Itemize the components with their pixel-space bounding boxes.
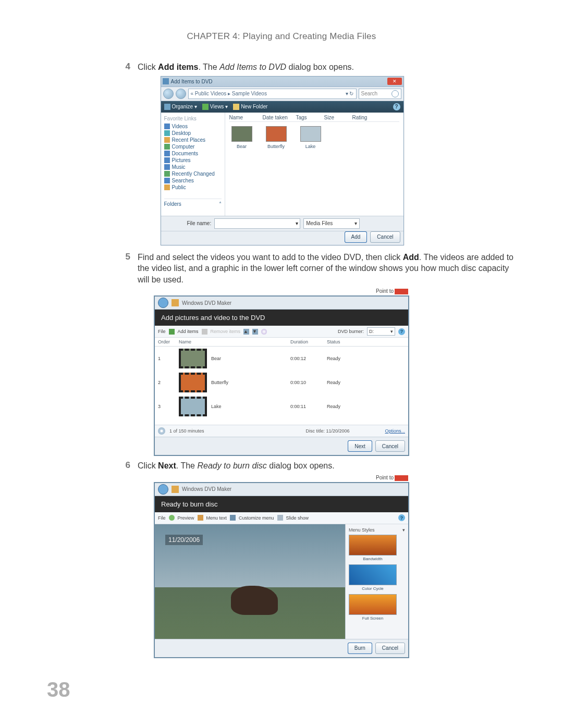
- fav-item-documents[interactable]: Documents: [164, 151, 222, 156]
- dvd-maker-window: Windows DVD Maker Add pictures and video…: [154, 295, 409, 456]
- search-input[interactable]: Search: [359, 89, 401, 99]
- list-item[interactable]: 2Butterfly0:00:10Ready: [155, 371, 408, 394]
- nav-back-icon[interactable]: [163, 89, 174, 99]
- app-title: Windows DVD Maker: [182, 486, 231, 492]
- window-header: Windows DVD Maker: [155, 297, 408, 310]
- command-bar: File Preview Menu text Customize menu Sl…: [155, 512, 408, 524]
- step-text: Click Next. The Ready to burn disc dialo…: [138, 460, 516, 472]
- menu-styles-panel: Menu Styles▾ Bandwidth Color Cycle Full …: [345, 524, 408, 639]
- list-item[interactable]: 3Lake0:00:11Ready: [155, 394, 408, 418]
- cancel-button[interactable]: Cancel: [370, 231, 400, 243]
- step-number: 5: [47, 252, 138, 286]
- add-button[interactable]: Add: [345, 231, 368, 243]
- folders-expander[interactable]: Folders˄: [164, 199, 222, 207]
- address-bar: « Public Videos ▸ Sample Videos ▾ ↻ Sear…: [161, 87, 403, 101]
- fav-item-music[interactable]: Music: [164, 164, 222, 170]
- dvd-burner-select[interactable]: D:▾: [367, 327, 395, 336]
- disc-title-value[interactable]: 11/20/2006: [326, 428, 349, 434]
- thumbnail: [179, 373, 207, 392]
- help-icon[interactable]: ?: [393, 103, 400, 110]
- fav-item-desktop[interactable]: Desktop: [164, 130, 222, 136]
- titlebar: Add Items to DVD ✕: [161, 77, 403, 87]
- step-4: 4 Click Add items. The Add Items to DVD …: [47, 61, 516, 73]
- page-number: 38: [47, 678, 70, 701]
- list-item[interactable]: 1Bear0:00:12Ready: [155, 347, 408, 371]
- cancel-button[interactable]: Cancel: [375, 643, 405, 654]
- style-swatch: [349, 594, 397, 615]
- move-down-icon[interactable]: ▼: [252, 329, 258, 335]
- video-list: 1Bear0:00:12Ready 2Butterfly0:00:10Ready…: [155, 347, 408, 425]
- callout-swatch: [395, 475, 408, 481]
- slideshow-button[interactable]: Slide show: [286, 515, 309, 521]
- filename-label: File name:: [187, 220, 212, 226]
- views-menu[interactable]: Views ▾: [202, 104, 228, 110]
- customize-icon: [230, 515, 236, 521]
- minus-icon: [202, 329, 207, 335]
- fav-item-recent[interactable]: Recent Places: [164, 137, 222, 143]
- videos-icon: [164, 124, 170, 129]
- back-button[interactable]: [158, 484, 168, 495]
- fav-item-searches[interactable]: Searches: [164, 178, 222, 183]
- searches-icon: [164, 178, 170, 183]
- file-menu[interactable]: File: [158, 329, 166, 334]
- filename-input[interactable]: ▾: [214, 218, 300, 229]
- file-list: NameDate takenTagsSizeRating Bear Butter…: [225, 113, 403, 216]
- fav-item-videos[interactable]: Videos: [164, 124, 222, 129]
- nav-fwd-icon[interactable]: [176, 89, 186, 99]
- fav-item-computer[interactable]: Computer: [164, 144, 222, 150]
- add-items-button[interactable]: Add items: [178, 329, 199, 334]
- thumbnail: [300, 126, 321, 142]
- new-folder-button[interactable]: New Folder: [233, 104, 267, 110]
- file-item-bear[interactable]: Bear: [229, 126, 254, 149]
- capacity-text: 1 of 150 minutes: [169, 428, 204, 434]
- plus-icon: [169, 329, 175, 335]
- app-icon: [172, 486, 179, 493]
- step-5: 5 Find and select the videos you want to…: [47, 252, 516, 286]
- window-header: Windows DVD Maker: [155, 483, 408, 496]
- file-item-butterfly[interactable]: Butterfly: [264, 126, 289, 149]
- fav-item-pictures[interactable]: Pictures: [164, 157, 222, 163]
- fav-item-public[interactable]: Public: [164, 184, 222, 190]
- dvd-menu-preview: 11/20/2006: [155, 524, 345, 639]
- preview-button[interactable]: Preview: [178, 515, 194, 521]
- burn-button[interactable]: Burn: [348, 643, 372, 654]
- style-color-cycle[interactable]: Color Cycle: [349, 564, 397, 591]
- options-link[interactable]: Options...: [385, 428, 405, 434]
- step-number: 6: [47, 460, 138, 472]
- style-bandwidth[interactable]: Bandwidth: [349, 535, 397, 561]
- toolbar: Organize ▾ Views ▾ New Folder ?: [161, 101, 403, 113]
- close-button[interactable]: ✕: [387, 78, 402, 85]
- thumbnail: [179, 349, 207, 368]
- help-icon[interactable]: ?: [398, 328, 405, 335]
- chevron-up-icon: ˄: [219, 201, 222, 207]
- file-item-lake[interactable]: Lake: [298, 126, 323, 149]
- fav-item-recently-changed[interactable]: Recently Changed: [164, 171, 222, 177]
- dvd-maker-burn-window: Windows DVD Maker Ready to burn disc Fil…: [154, 482, 409, 658]
- search-icon: [391, 90, 399, 97]
- cancel-button[interactable]: Cancel: [375, 440, 405, 452]
- help-icon[interactable]: ?: [398, 514, 405, 521]
- folder-icon: [233, 104, 239, 110]
- step-text: Click Add items. The Add Items to DVD di…: [138, 61, 516, 73]
- customize-menu-button[interactable]: Customize menu: [239, 515, 274, 521]
- file-menu[interactable]: File: [158, 515, 166, 521]
- back-button[interactable]: [158, 298, 168, 308]
- move-up-icon[interactable]: ▲: [243, 329, 249, 335]
- style-full-screen[interactable]: Full Screen: [349, 594, 397, 621]
- organize-menu[interactable]: Organize ▾: [164, 104, 197, 110]
- dvd-burner-label: DVD burner:: [338, 329, 364, 334]
- chevron-down-icon: ▾: [390, 329, 393, 334]
- slideshow-icon: [277, 515, 283, 521]
- breadcrumb-path[interactable]: « Public Videos ▸ Sample Videos ▾ ↻: [188, 89, 357, 99]
- text-icon: [198, 515, 203, 521]
- music-icon: [164, 164, 170, 170]
- menu-text-button[interactable]: Menu text: [206, 515, 227, 521]
- filetype-select[interactable]: Media Files▾: [303, 218, 360, 229]
- column-headers[interactable]: NameDate takenTagsSizeRating: [229, 115, 399, 122]
- next-button[interactable]: Next: [348, 440, 372, 452]
- disc-icon[interactable]: [261, 329, 267, 335]
- bear-graphic: [231, 586, 278, 615]
- documents-icon: [164, 151, 170, 156]
- favorites-panel: Favorite Links Videos Desktop Recent Pla…: [161, 113, 225, 216]
- list-header: OrderNameDurationStatus: [155, 338, 408, 347]
